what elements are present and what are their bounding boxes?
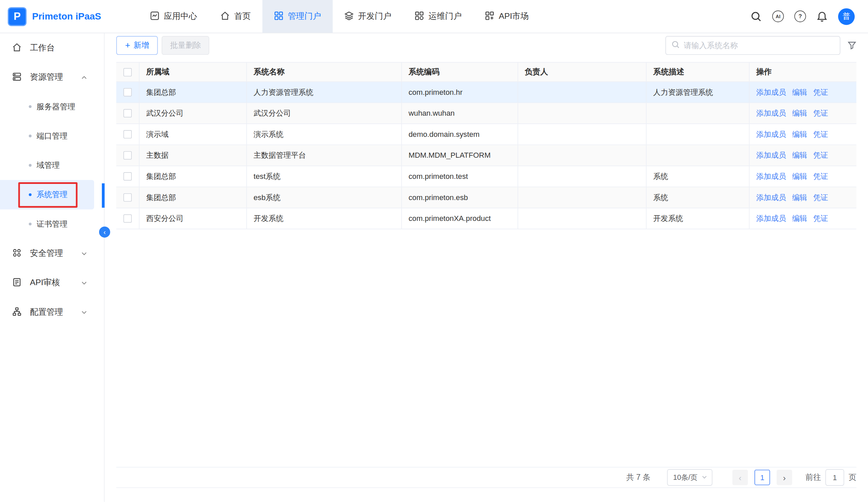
row-checkbox[interactable]: [123, 88, 132, 96]
table-row[interactable]: 集团总部 test系统 com.primeton.test 系统 添加成员 编辑…: [116, 166, 856, 187]
add-member-link[interactable]: 添加成员: [756, 214, 786, 224]
sidebar-item-port-management[interactable]: 端口管理: [0, 121, 104, 151]
add-member-link[interactable]: 添加成员: [756, 130, 786, 140]
credential-link[interactable]: 凭证: [813, 214, 828, 224]
edit-link[interactable]: 编辑: [792, 172, 807, 182]
edit-link[interactable]: 编辑: [792, 108, 807, 119]
row-checkbox[interactable]: [123, 172, 132, 181]
sidebar-group-config-management[interactable]: 配置管理: [0, 298, 104, 327]
help-icon[interactable]: ?: [794, 10, 806, 22]
table-row[interactable]: 武汉分公司 武汉分公司 wuhan.wuhan 添加成员 编辑 凭证: [116, 103, 856, 124]
goto-page-input[interactable]: [825, 469, 844, 485]
select-all-checkbox[interactable]: [123, 68, 132, 76]
table-row[interactable]: 西安分公司 开发系统 com.primetonXA.product 开发系统 添…: [116, 208, 856, 229]
credential-link[interactable]: 凭证: [813, 150, 828, 160]
chevron-down-icon: [81, 250, 88, 257]
column-header-actions: 操作: [750, 63, 856, 81]
batch-delete-button[interactable]: 批量删除: [162, 36, 210, 55]
app-window: P Primeton iPaaS 应用中心 首页 管理门户 开发门户 运: [0, 0, 868, 502]
nav-ops-portal[interactable]: 运维门户: [403, 0, 473, 33]
sidebar-item-workbench[interactable]: 工作台: [0, 33, 104, 63]
plus-icon: +: [125, 41, 130, 50]
chevron-down-icon: [81, 279, 88, 286]
sidebar-group-api-review[interactable]: API审核: [0, 268, 104, 297]
sidebar-item-server-management[interactable]: 服务器管理: [0, 92, 104, 121]
add-member-link[interactable]: 添加成员: [756, 150, 786, 160]
toolbar: + 新增 批量删除: [116, 36, 856, 55]
edit-link[interactable]: 编辑: [792, 130, 807, 140]
cell-system-name: 开发系统: [247, 208, 402, 229]
add-member-link[interactable]: 添加成员: [756, 172, 786, 182]
table-row[interactable]: 主数据 主数据管理平台 MDM.MDM_PLATFORM 添加成员 编辑 凭证: [116, 145, 856, 166]
credential-link[interactable]: 凭证: [813, 192, 828, 202]
cell-description: 系统: [647, 166, 750, 187]
resource-management-icon: [12, 72, 21, 83]
nav-home[interactable]: 首页: [209, 0, 262, 33]
sidebar-label: 服务器管理: [37, 102, 75, 112]
ai-assistant-icon[interactable]: AI: [772, 10, 784, 22]
add-button[interactable]: + 新增: [116, 36, 158, 55]
cell-actions: 添加成员 编辑 凭证: [750, 103, 856, 123]
cell-owner: [518, 145, 647, 166]
page-unit-label: 页: [848, 472, 856, 482]
sidebar-item-system-management[interactable]: 系统管理: [0, 180, 94, 209]
nav-dev-portal[interactable]: 开发门户: [333, 0, 403, 33]
credential-link[interactable]: 凭证: [813, 130, 828, 140]
config-management-icon: [12, 307, 21, 318]
cell-actions: 添加成员 编辑 凭证: [750, 124, 856, 145]
nav-app-center[interactable]: 应用中心: [138, 0, 209, 33]
api-review-icon: [12, 277, 21, 288]
column-header-system-name: 系统名称: [247, 63, 402, 81]
dev-portal-icon: [344, 11, 354, 22]
sidebar-group-security-management[interactable]: 安全管理: [0, 239, 104, 268]
sidebar-group-resource-management[interactable]: 资源管理: [0, 63, 104, 92]
nav-admin-portal[interactable]: 管理门户: [262, 0, 333, 33]
total-count-label: 共 7 条: [627, 472, 651, 482]
filter-funnel-icon[interactable]: [847, 41, 856, 50]
notification-bell-icon[interactable]: [817, 11, 828, 22]
sidebar-label: 域管理: [37, 160, 60, 171]
nav-api-market[interactable]: API市场: [473, 0, 540, 33]
top-header: P Primeton iPaaS 应用中心 首页 管理门户 开发门户 运: [0, 0, 868, 33]
table-row[interactable]: 集团总部 esb系统 com.primeton.esb 系统 添加成员 编辑 凭…: [116, 187, 856, 208]
brand-name: Primeton iPaaS: [32, 11, 101, 22]
sidebar-item-domain-management[interactable]: 域管理: [0, 151, 104, 180]
cell-system-code: demo.domain.system: [402, 124, 518, 145]
add-member-link[interactable]: 添加成员: [756, 192, 786, 202]
page-number-button[interactable]: 1: [754, 470, 770, 485]
page-size-select[interactable]: 10条/页: [667, 469, 712, 485]
row-checkbox[interactable]: [123, 151, 132, 160]
edit-link[interactable]: 编辑: [792, 87, 807, 97]
sidebar-collapse-toggle[interactable]: ‹: [99, 227, 110, 238]
nav-label: 管理门户: [288, 11, 321, 21]
api-market-icon: [485, 11, 494, 22]
nav-label: 运维门户: [428, 11, 462, 21]
sidebar-label: 资源管理: [30, 72, 63, 82]
active-menu-indicator: [102, 183, 104, 207]
prev-page-button[interactable]: ‹: [732, 470, 748, 485]
edit-link[interactable]: 编辑: [792, 214, 807, 224]
system-name-search-input[interactable]: [683, 41, 834, 50]
pagination-bar: 共 7 条 10条/页 ‹ 1 › 前往 页: [116, 467, 856, 488]
sidebar-item-certificate-management[interactable]: 证书管理: [0, 209, 104, 239]
nav-label: API市场: [499, 11, 529, 21]
cell-domain: 主数据: [140, 145, 247, 166]
credential-link[interactable]: 凭证: [813, 172, 828, 182]
table-row[interactable]: 演示域 演示系统 demo.domain.system 添加成员 编辑 凭证: [116, 124, 856, 145]
table-row[interactable]: 集团总部 人力资源管理系统 com.primeton.hr 人力资源管理系统 添…: [116, 82, 856, 103]
user-avatar[interactable]: 普: [838, 8, 855, 24]
add-member-link[interactable]: 添加成员: [756, 87, 786, 97]
next-page-button[interactable]: ›: [777, 470, 792, 485]
credential-link[interactable]: 凭证: [813, 87, 828, 97]
credential-link[interactable]: 凭证: [813, 108, 828, 119]
cell-actions: 添加成员 编辑 凭证: [750, 208, 856, 229]
edit-link[interactable]: 编辑: [792, 192, 807, 202]
row-checkbox[interactable]: [123, 130, 132, 139]
search-icon[interactable]: [751, 11, 762, 22]
edit-link[interactable]: 编辑: [792, 150, 807, 160]
row-checkbox[interactable]: [123, 215, 132, 223]
row-checkbox[interactable]: [123, 109, 132, 118]
goto-label: 前往: [806, 472, 821, 482]
row-checkbox[interactable]: [123, 193, 132, 202]
add-member-link[interactable]: 添加成员: [756, 108, 786, 119]
